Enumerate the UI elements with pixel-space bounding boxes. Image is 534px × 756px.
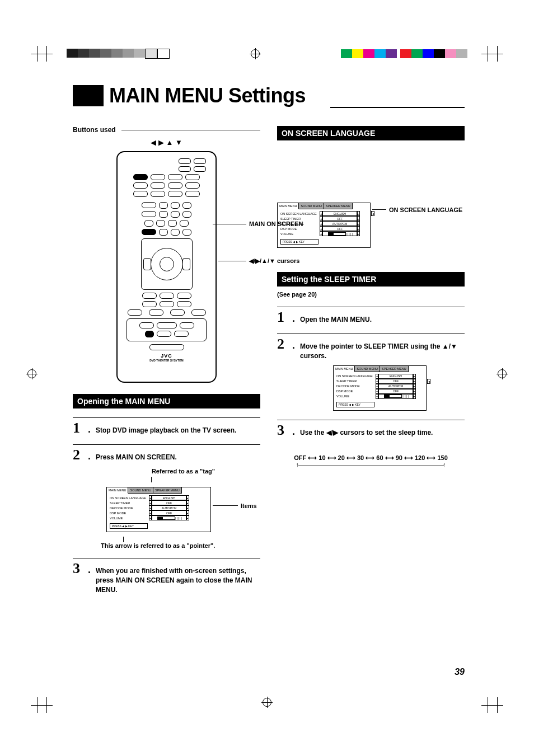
crop-mark [40, 46, 53, 62]
pointer-caption: This arrow is referred to as a "pointer"… [101, 542, 260, 549]
bottom-crop-marks [0, 697, 534, 713]
callout-cursors: ◀/▶/▲/▼ cursors [249, 257, 299, 265]
see-page-reference: (See page 20) [277, 291, 465, 298]
registration-mark-icon [493, 369, 511, 378]
sleep-timer-header: Setting the SLEEP TIMER [277, 272, 465, 287]
remote-diagram: JVC DVD THEATER SYSYTEM MAIN ON SCREEN ◀… [73, 151, 260, 383]
opening-main-menu-header: Opening the MAIN MENU [73, 394, 260, 408]
on-screen-language-header: ON SCREEN LANGUAGE [277, 126, 465, 140]
sleep-time-values: OFF ⟷ 10 ⟷ 20 ⟷ 30 ⟷ 60 ⟷ 90 ⟷ 120 ⟷ 150 [277, 454, 465, 462]
menu-tab-main: MAIN MENU [107, 487, 128, 494]
remote-model: DVD THEATER SYSYTEM [121, 359, 212, 362]
manual-page: MAIN MENU Settings Buttons used ◀ ▶ ▲ ▼ [0, 0, 534, 756]
registration-mark-icon [251, 49, 260, 58]
opening-step-2: 2. Press MAIN ON SCREEN. [73, 444, 260, 462]
sleep-step-2: 2. Move the pointer to SLEEP TIMER using… [277, 334, 465, 361]
buttons-used-label: Buttons used [73, 126, 116, 134]
on-screen-language-callout: ON SCREEN LANGUAGE [389, 206, 462, 213]
sleep-timer-diagram: MAIN MENU SOUND MENU SPEAKER MENU ON SCR… [333, 365, 427, 411]
buttons-used-row: Buttons used [73, 126, 260, 134]
opening-step-1: 1. Stop DVD image playback on the TV scr… [73, 417, 260, 435]
color-swatch-row [341, 49, 467, 58]
sleep-step-3: 3. Use the ◀/▶ cursors to set the sleep … [277, 420, 465, 438]
registration-mark-icon [23, 369, 41, 378]
menu-tab-speaker: SPEAKER MENU [153, 487, 182, 494]
crop-mark [491, 46, 503, 62]
grey-swatch-row [67, 49, 170, 59]
sleep-time-ruler: ↑ ↑ [290, 462, 452, 469]
page-number: 39 [455, 667, 465, 677]
on-screen-language-diagram: MAIN MENU SOUND MENU SPEAKER MENU ON SCR… [277, 203, 371, 248]
opening-step-3: 3. When you are finished with on-screen … [73, 558, 260, 594]
page-title-row: MAIN MENU Settings [73, 84, 465, 107]
page-title: MAIN MENU Settings [109, 84, 465, 107]
sleep-step-1: 1. Open the MAIN MENU. [277, 307, 465, 325]
cursor-glyphs: ◀ ▶ ▲ ▼ [73, 138, 260, 147]
dpad-icon [141, 238, 193, 290]
menu-tab-sound: SOUND MENU [128, 487, 153, 494]
items-callout: Items [241, 503, 257, 509]
main-menu-diagram: MAIN MENU SOUND MENU SPEAKER MENU ON SCR… [106, 487, 211, 532]
title-black-box [73, 85, 104, 106]
top-registration-bar [0, 48, 534, 60]
remote-brand: JVC [121, 353, 212, 359]
tag-caption: Referred to as a "tag" [106, 468, 260, 475]
